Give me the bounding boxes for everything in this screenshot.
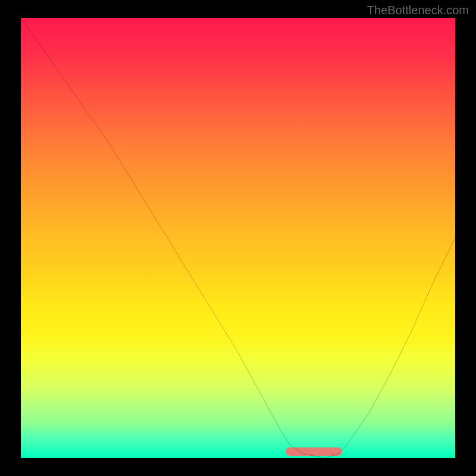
- chart-container: TheBottleneck.com: [0, 0, 476, 476]
- watermark-text: TheBottleneck.com: [367, 4, 469, 17]
- plot-area: [21, 18, 455, 458]
- curve-line: [21, 18, 455, 458]
